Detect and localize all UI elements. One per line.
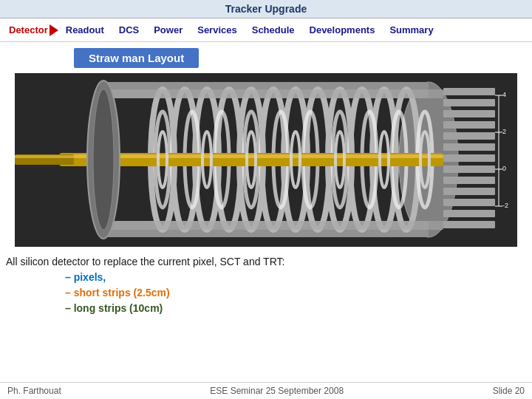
nav-item-services[interactable]: Services — [190, 21, 245, 38]
detector-svg: 4 2 0 -2 — [15, 73, 517, 247]
nav-item-schedule[interactable]: Schedule — [245, 21, 302, 38]
svg-point-54 — [93, 89, 114, 230]
title-bar: Tracker Upgrade — [0, 0, 532, 18]
nav-item-readout[interactable]: Readout — [58, 21, 112, 38]
description-line1: – pixels, — [6, 270, 526, 285]
detector-arrow-icon — [50, 24, 58, 36]
svg-text:0: 0 — [502, 165, 506, 172]
footer-author: Ph. Farthouat — [7, 386, 61, 396]
footer-event: ESE Seminar 25 September 2008 — [210, 386, 344, 396]
detector-image: 4 2 0 -2 — [0, 71, 532, 248]
footer-slide: Slide 20 — [493, 386, 525, 396]
svg-text:2: 2 — [502, 128, 506, 135]
description-section: All silicon detector to replace the curr… — [0, 250, 532, 318]
svg-text:-2: -2 — [502, 202, 508, 209]
nav-item-summary[interactable]: Summary — [382, 21, 440, 38]
description-line2: – short strips (2.5cm) — [6, 285, 526, 301]
nav-item-detector[interactable]: Detector — [6, 21, 48, 38]
nav-item-dcs[interactable]: DCS — [112, 21, 146, 38]
title-text: Tracker Upgrade — [225, 3, 307, 15]
footer: Ph. Farthouat ESE Seminar 25 September 2… — [0, 382, 532, 399]
svg-text:4: 4 — [502, 91, 506, 98]
strawman-label: Straw man Layout — [74, 48, 199, 68]
nav-bar: Detector Readout DCS Power Services Sche… — [0, 18, 532, 42]
description-main: All silicon detector to replace the curr… — [6, 256, 284, 267]
nav-item-power[interactable]: Power — [146, 21, 190, 38]
nav-item-developments[interactable]: Developments — [302, 21, 383, 38]
description-line3: – long strips (10cm) — [6, 301, 526, 316]
